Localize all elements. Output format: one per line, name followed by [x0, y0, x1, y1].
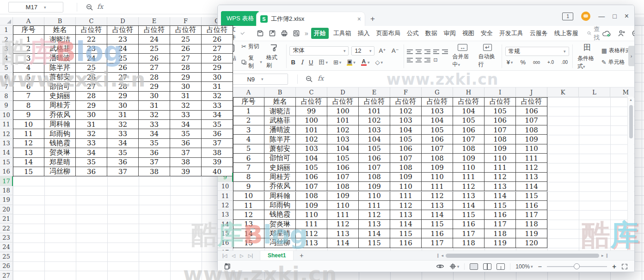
- cell-I16[interactable]: 119: [485, 238, 516, 248]
- column-header-D[interactable]: D: [107, 17, 139, 25]
- cell-B13[interactable]: 钱艳霞: [264, 210, 296, 219]
- cell-C6[interactable]: 26: [76, 73, 107, 82]
- cell-J4[interactable]: 108: [516, 125, 547, 135]
- cell-D11[interactable]: 109: [327, 192, 359, 201]
- fill-color-button[interactable]: ▣▾: [345, 59, 357, 66]
- cell-E14[interactable]: 36: [139, 148, 170, 157]
- cell-C3[interactable]: 100: [296, 116, 327, 125]
- more-tools-icon[interactable]: »: [305, 30, 308, 37]
- cell-A7[interactable]: 6: [13, 82, 44, 91]
- cell-C16[interactable]: 36: [76, 167, 107, 176]
- cell-I1[interactable]: 占位符: [485, 97, 516, 106]
- menu-tab-开发工具[interactable]: 开发工具: [497, 28, 526, 39]
- row-header-10[interactable]: 10: [218, 182, 233, 191]
- cell-B9[interactable]: 周桂芳: [264, 173, 296, 182]
- increase-indent-icon[interactable]: [442, 50, 448, 54]
- row-header-21[interactable]: 21: [0, 214, 13, 224]
- cell-F12[interactable]: 112: [390, 201, 422, 210]
- column-header-C[interactable]: C: [296, 87, 327, 97]
- row-header-16[interactable]: 16: [218, 238, 233, 248]
- zoom-level-select[interactable]: 100%▾: [515, 263, 533, 270]
- page-layout-view-button[interactable]: [483, 263, 491, 270]
- increase-font-button[interactable]: A⁺: [377, 47, 387, 54]
- font-size-select[interactable]: 12▾: [351, 46, 374, 56]
- cell-H1[interactable]: 占位符: [453, 97, 485, 106]
- borders-button[interactable]: 田▾: [317, 58, 329, 67]
- cell-E2[interactable]: 24: [139, 35, 170, 44]
- cell-B10[interactable]: 乔依风: [264, 182, 296, 191]
- cell-J6[interactable]: 110: [516, 144, 547, 154]
- cell-C8[interactable]: 105: [296, 163, 327, 172]
- cell-B3[interactable]: 武格菲: [44, 44, 76, 54]
- row-header-20[interactable]: 20: [0, 205, 13, 214]
- column-header-E[interactable]: E: [139, 17, 170, 25]
- cell-F9[interactable]: 109: [390, 173, 422, 182]
- cell-A3[interactable]: 2: [13, 44, 44, 54]
- cell-C2[interactable]: 22: [76, 35, 107, 44]
- cell-C8[interactable]: 28: [76, 92, 107, 101]
- cell-G16[interactable]: 117: [422, 238, 453, 248]
- align-center-icon[interactable]: [416, 58, 422, 62]
- cell-G4[interactable]: 105: [422, 125, 453, 135]
- row-header-3[interactable]: 3: [0, 44, 13, 54]
- cell-J2[interactable]: 106: [516, 106, 547, 116]
- column-header-J[interactable]: J: [516, 87, 547, 97]
- menu-tab-开始[interactable]: 开始: [311, 28, 329, 39]
- cell-E14[interactable]: 113: [359, 220, 390, 229]
- cell-H3[interactable]: 105: [453, 116, 485, 125]
- cell-J12[interactable]: 116: [516, 201, 547, 210]
- cell-D3[interactable]: 101: [327, 116, 359, 125]
- cell-I10[interactable]: 113: [485, 182, 516, 191]
- decrease-font-button[interactable]: A⁻: [390, 47, 400, 54]
- cell-F2[interactable]: 25: [170, 35, 202, 44]
- cell-C6[interactable]: 103: [296, 144, 327, 154]
- cell-B5[interactable]: 陈半芹: [44, 63, 76, 73]
- cell-D10[interactable]: 108: [327, 182, 359, 191]
- cell-A8[interactable]: 7: [233, 163, 264, 172]
- column-header-A[interactable]: A: [233, 87, 264, 97]
- bg-name-box[interactable]: M17▾: [8, 2, 63, 12]
- row-header-4[interactable]: 4: [0, 54, 13, 63]
- cell-D15[interactable]: 36: [107, 158, 139, 167]
- column-header-B[interactable]: B: [264, 87, 296, 97]
- cell-A3[interactable]: 2: [233, 116, 264, 125]
- cell-G5[interactable]: 106: [422, 135, 453, 144]
- cell-C13[interactable]: 110: [296, 210, 327, 219]
- cell-G9[interactable]: 110: [422, 173, 453, 182]
- cell-C12[interactable]: 109: [296, 201, 327, 210]
- cell-I7[interactable]: 110: [485, 154, 516, 163]
- format-painter-button[interactable]: 格式刷: [265, 44, 283, 69]
- cell-B8[interactable]: 史娟丽: [264, 163, 296, 172]
- cell-J1[interactable]: 占位符: [516, 97, 547, 106]
- cell-C16[interactable]: 113: [296, 238, 327, 248]
- cell-F2[interactable]: 102: [390, 106, 422, 116]
- merge-center-button[interactable]: ↔ 合并居中▾: [451, 44, 474, 68]
- row-header-17[interactable]: 17: [0, 176, 13, 186]
- minimize-button[interactable]: —: [598, 12, 605, 20]
- cell-F14[interactable]: 37: [170, 148, 202, 157]
- cell-E15[interactable]: 37: [139, 158, 170, 167]
- cell-A14[interactable]: 13: [233, 220, 264, 229]
- cell-F15[interactable]: 115: [390, 229, 422, 238]
- cell-G3[interactable]: 104: [422, 116, 453, 125]
- zoom-out-icon[interactable]: [86, 4, 93, 11]
- cell-B11[interactable]: 周科翰: [264, 192, 296, 201]
- cell-B15[interactable]: 郑星晴: [264, 229, 296, 238]
- cell-E4[interactable]: 26: [139, 54, 170, 63]
- cell-B2[interactable]: 谢晓洁: [264, 106, 296, 116]
- cell-J9[interactable]: 113: [516, 173, 547, 182]
- cell-G13[interactable]: 114: [422, 210, 453, 219]
- cell-A2[interactable]: 1: [233, 106, 264, 116]
- cell-F10[interactable]: 110: [390, 182, 422, 191]
- cell-J14[interactable]: 118: [516, 220, 547, 229]
- cell-C4[interactable]: 24: [76, 54, 107, 63]
- row-header-15[interactable]: 15: [0, 158, 13, 167]
- document-tab[interactable]: S 工作簿2.xlsx ×: [257, 12, 365, 26]
- italic-button[interactable]: I: [300, 59, 305, 66]
- cell-A7[interactable]: 6: [233, 154, 264, 163]
- cell-H10[interactable]: 112: [453, 182, 485, 191]
- cell-H8[interactable]: 110: [453, 163, 485, 172]
- cell-D14[interactable]: 35: [107, 148, 139, 157]
- cell-D3[interactable]: 24: [107, 44, 139, 54]
- cell-F7[interactable]: 107: [390, 154, 422, 163]
